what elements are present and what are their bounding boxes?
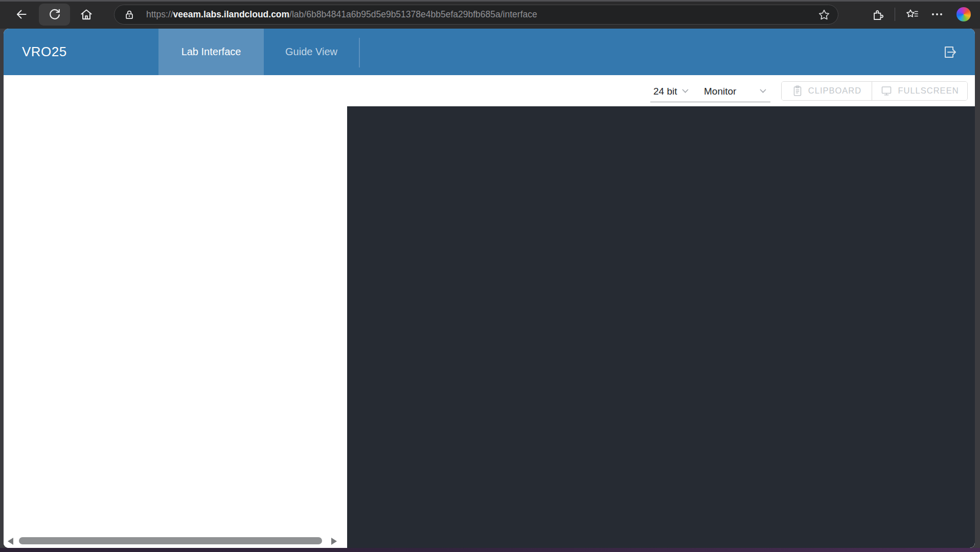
web-page: VRO25 Lab Interface Guide View xyxy=(4,29,975,548)
tab-label: Guide View xyxy=(285,46,337,58)
fullscreen-label: FULLSCREEN xyxy=(898,86,959,96)
refresh-button[interactable] xyxy=(39,4,70,26)
remote-console-screen[interactable] xyxy=(347,106,975,548)
address-bar[interactable]: https://veeam.labs.ilandcloud.com/lab/6b… xyxy=(114,5,838,25)
fullscreen-monitor-icon xyxy=(880,85,893,97)
display-target-value: Monitor xyxy=(704,86,736,97)
header-tabs: Lab Interface Guide View xyxy=(158,29,359,75)
scrollbar-thumb[interactable] xyxy=(19,537,322,544)
chrome-right-icons xyxy=(867,0,980,29)
favorites-bar-icon xyxy=(904,7,920,21)
bit-depth-select[interactable]: 24 bit xyxy=(650,86,704,97)
exit-lab-icon xyxy=(941,43,959,61)
scroll-right-arrow[interactable] xyxy=(331,538,337,545)
exit-lab-button[interactable] xyxy=(934,29,966,75)
window-top-edge xyxy=(0,0,980,2)
clipboard-icon xyxy=(792,85,803,97)
desktop-edge-band xyxy=(0,548,980,552)
copilot-icon xyxy=(956,7,971,21)
browser-window: https://veeam.labs.ilandcloud.com/lab/6b… xyxy=(0,0,980,552)
display-target-select[interactable]: Monitor xyxy=(704,86,770,97)
lab-app-body: 24 bit Monitor xyxy=(4,75,975,548)
browser-toolbar: https://veeam.labs.ilandcloud.com/lab/6b… xyxy=(0,0,980,29)
chevron-down-icon xyxy=(760,89,766,94)
ellipsis-icon xyxy=(932,13,942,15)
url-domain: veeam.labs.ilandcloud.com xyxy=(173,9,290,19)
copilot-button[interactable] xyxy=(950,7,977,21)
chevron-down-icon xyxy=(682,89,689,94)
extensions-icon xyxy=(872,8,885,21)
bookmark-star-icon[interactable] xyxy=(817,8,831,21)
console-column: 24 bit Monitor xyxy=(347,75,975,548)
console-selects: 24 bit Monitor xyxy=(650,80,770,102)
url-scheme: https:// xyxy=(146,9,173,19)
bit-depth-value: 24 bit xyxy=(653,86,677,97)
extensions-button[interactable] xyxy=(867,8,890,21)
url-text: https://veeam.labs.ilandcloud.com/lab/6b… xyxy=(146,9,537,20)
tabs-divider xyxy=(359,38,360,67)
home-icon xyxy=(79,7,94,22)
guide-panel xyxy=(4,75,347,548)
scroll-left-arrow[interactable] xyxy=(8,538,13,545)
tab-lab-interface[interactable]: Lab Interface xyxy=(158,29,264,75)
horizontal-scrollbar xyxy=(4,537,347,545)
settings-menu-button[interactable] xyxy=(924,13,950,15)
favorites-bar-button[interactable] xyxy=(900,7,924,21)
back-button[interactable] xyxy=(12,5,31,24)
lock-icon[interactable] xyxy=(124,9,135,20)
fullscreen-button[interactable]: FULLSCREEN xyxy=(872,82,967,100)
back-icon xyxy=(14,7,29,22)
chrome-divider xyxy=(895,8,895,21)
home-button[interactable] xyxy=(77,5,96,24)
console-toolbar: 24 bit Monitor xyxy=(347,75,975,106)
clipboard-label: CLIPBOARD xyxy=(808,86,861,96)
tab-guide-view[interactable]: Guide View xyxy=(264,29,359,75)
tab-label: Lab Interface xyxy=(181,46,241,58)
console-buttons: CLIPBOARD FULLSCREEN xyxy=(781,81,968,101)
lab-app-header: VRO25 Lab Interface Guide View xyxy=(4,29,975,75)
refresh-icon xyxy=(48,8,62,22)
url-path: /lab/6b8b4841a6b95d5e9b51378e4bb5efa29bf… xyxy=(289,9,537,19)
page-title: VRO25 xyxy=(22,29,67,75)
clipboard-button[interactable]: CLIPBOARD xyxy=(782,82,872,100)
